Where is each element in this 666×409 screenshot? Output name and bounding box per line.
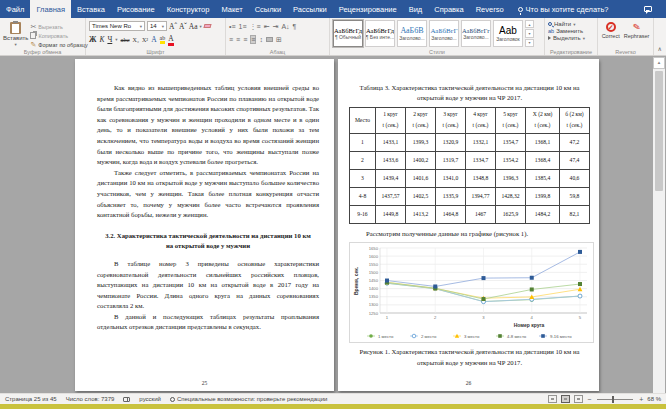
zoom-in-button[interactable]: + [639, 396, 643, 403]
zoom-slider[interactable] [597, 399, 633, 400]
line-spacing-button[interactable]: ↕ [259, 36, 263, 43]
gallery-up-button[interactable]: ▴ [525, 20, 534, 28]
strikethrough-button[interactable]: abc [121, 36, 130, 43]
page-indicator[interactable]: Страница 25 из 45 [5, 396, 57, 402]
ribbon-tab[interactable]: Конструктор [161, 0, 216, 18]
grow-font-button[interactable]: Аˆ [169, 22, 177, 31]
web-layout-button[interactable] [574, 395, 583, 403]
ribbon-tab[interactable]: Рассылки [287, 0, 333, 18]
replace-button[interactable]: ab Заменить [548, 28, 594, 34]
decrease-indent-button[interactable]: ⇤ [264, 23, 270, 30]
increase-indent-button[interactable]: ⇥ [273, 23, 279, 30]
superscript-button[interactable]: X² [142, 37, 148, 43]
y-tick-label: 1350 [369, 294, 379, 299]
subscript-button[interactable]: X₂ [133, 37, 139, 43]
language-indicator[interactable]: русский [139, 396, 161, 402]
reverso-rephraser-button[interactable]: ✎ Rephraser [624, 20, 650, 47]
comments-button[interactable] [644, 0, 652, 18]
reverso-correct-button[interactable]: ✓ Correct [602, 20, 620, 47]
zoom-slider-thumb[interactable] [612, 396, 614, 403]
document-canvas[interactable]: Как видно из вышеприведенных таблиц усло… [0, 56, 666, 394]
font-family-select[interactable]: Times New Ro▾ [89, 21, 145, 31]
find-button[interactable]: Найти ▾ [548, 21, 594, 27]
shrink-font-button[interactable]: Аˇ [179, 22, 187, 31]
style-card[interactable]: АаБбВгГд¶ Обычный [333, 20, 363, 47]
table-row: 4-81437,571402,51335,91394,771428,321399… [350, 187, 590, 205]
table-cell: 1368,1 [526, 133, 560, 151]
ribbon-tab[interactable]: Рисование [111, 0, 161, 18]
collapse-ribbon-button[interactable]: ∧ [658, 45, 662, 52]
ribbon-tab[interactable]: Справка [428, 0, 469, 18]
zoom-out-button[interactable]: − [587, 396, 591, 403]
gallery-more-button[interactable]: ▾ [525, 39, 534, 47]
style-name: ¶ Без инте... [366, 34, 394, 40]
ribbon-tab[interactable]: Вид [403, 0, 429, 18]
ribbon-tab[interactable]: Reverso [470, 0, 510, 18]
page-26[interactable]: Таблица 3. Характеристика тактической де… [338, 59, 599, 391]
legend-label: 1 место [378, 334, 394, 339]
copy-button[interactable]: Копировать [30, 32, 87, 39]
ribbon-tab[interactable]: Вставка [71, 0, 111, 18]
bullets-button[interactable]: •≡ [229, 23, 236, 30]
ribbon-tab[interactable]: Рецензирование [333, 0, 403, 18]
accessibility-status[interactable]: Специальные возможности: проверьте реком… [170, 396, 327, 402]
sort-button[interactable]: А↓ [281, 23, 289, 30]
table-cell: 1467 [466, 205, 496, 223]
change-case-button[interactable]: Аа [189, 22, 198, 31]
text-highlight-button[interactable]: ab [160, 35, 166, 44]
ribbon-tab[interactable]: Главная [30, 0, 71, 18]
style-preview: АаБбВгГг [462, 27, 490, 34]
select-button[interactable]: Выделить ▾ [548, 35, 594, 41]
ribbon-tab[interactable]: Макет [215, 0, 248, 18]
ribbon-tab[interactable]: Файл [0, 0, 30, 18]
chevron-down-icon: ▾ [115, 37, 117, 42]
text-effects-button[interactable]: А [151, 35, 156, 44]
bold-button[interactable]: Ж [89, 35, 96, 44]
table-cell: 1433,1 [376, 133, 406, 151]
clipboard-group-label: Буфер обмена [0, 49, 85, 55]
table-cell: 47,2 [560, 133, 590, 151]
x-tick-label: 2 [434, 315, 437, 320]
vertical-scrollbar[interactable]: ▲ [653, 57, 665, 393]
style-card[interactable]: АаБбВЗаголово... [397, 20, 427, 47]
style-name: ¶ Обычный [335, 34, 361, 40]
format-painter-button[interactable]: ✎ Формат по образцу [30, 41, 87, 48]
page-25[interactable]: Как видно из вышеприведенных таблиц усло… [75, 59, 334, 391]
cut-button[interactable]: ✂ Вырезать [30, 23, 87, 30]
proofing-status[interactable] [123, 397, 130, 402]
style-card[interactable]: АаБбВгГгЗаголово... [461, 20, 491, 47]
show-marks-button[interactable]: ¶ [293, 23, 297, 30]
paste-button[interactable]: Вставить ▾ [3, 20, 28, 47]
tell-me-search[interactable]: Что вы хотите сделать? [518, 0, 609, 18]
font-size-select[interactable]: 14▾ [147, 21, 167, 31]
zoom-level[interactable]: 68 % [647, 396, 661, 402]
page-number: 26 [338, 380, 599, 386]
align-right-button[interactable]: ≡ [243, 36, 247, 43]
ribbon-tab[interactable]: Ссылки [249, 0, 287, 18]
legend-label: 2 место [421, 334, 437, 339]
underline-button[interactable]: Ч [107, 35, 112, 44]
scrollbar-thumb[interactable] [655, 71, 663, 191]
clear-formatting-button[interactable] [203, 24, 211, 28]
table-cell: 82,1 [560, 205, 590, 223]
print-layout-button[interactable] [561, 395, 570, 403]
shading-button[interactable] [266, 37, 273, 42]
align-left-button[interactable]: ≡ [229, 36, 233, 43]
italic-button[interactable]: К [99, 35, 104, 44]
correct-check-icon: ✓ [606, 22, 616, 32]
gallery-down-button[interactable]: ▾ [525, 29, 534, 37]
style-card[interactable]: AabЗаголовок [493, 20, 523, 47]
multilevel-list-button[interactable]: ⋮≡ [250, 23, 261, 30]
table-cell: 1396,3 [496, 169, 526, 187]
word-count[interactable]: Число слов: 7379 [66, 396, 115, 402]
scroll-up-icon[interactable]: ▲ [653, 57, 665, 69]
read-mode-button[interactable] [548, 395, 557, 403]
font-color-button[interactable]: А [168, 34, 173, 46]
align-center-button[interactable]: ≡ [236, 36, 240, 43]
chart-object[interactable]: 1250130013501400145015001550160016501234… [349, 242, 594, 343]
style-card[interactable]: АаБбВгГд¶ Без инте... [365, 20, 395, 47]
style-card[interactable]: АаБбВгГЗаголово... [429, 20, 459, 47]
justify-button[interactable]: ≡ [250, 35, 256, 44]
numbering-button[interactable]: 1≡ [239, 23, 247, 30]
borders-button[interactable]: ⊞ [276, 36, 282, 43]
